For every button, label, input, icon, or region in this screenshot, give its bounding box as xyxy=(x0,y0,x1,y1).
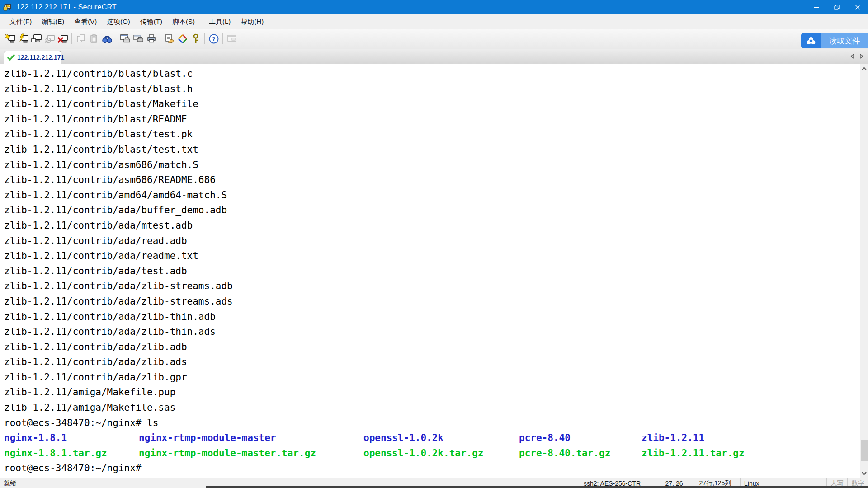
menu-item-help[interactable]: 帮助(H) xyxy=(236,14,269,29)
securecrt-app-icon xyxy=(3,3,12,12)
scroll-up-icon[interactable] xyxy=(860,65,868,72)
close-button[interactable] xyxy=(847,0,868,14)
scroll-down-icon[interactable] xyxy=(860,469,868,477)
terminal-line: zlib-1.2.11/contrib/blast/blast.c xyxy=(4,66,860,82)
menu-item-tools[interactable]: 工具(L) xyxy=(204,14,236,29)
menu-item-options[interactable]: 选项(O) xyxy=(102,14,135,29)
tab-bar: 122.112.212.171 xyxy=(0,49,868,64)
connect-in-tab-icon[interactable] xyxy=(30,32,43,46)
terminal-line: zlib-1.2.11/contrib/ada/zlib-thin.ads xyxy=(4,324,860,340)
terminal-line: root@ecs-348470:~/nginx# xyxy=(4,461,860,476)
menu-separator xyxy=(202,18,202,26)
terminal-output[interactable]: zlib-1.2.11/contrib/blast/blast.czlib-1.… xyxy=(0,64,860,478)
terminal-line: zlib-1.2.11/contrib/ada/mtest.adb xyxy=(4,218,860,234)
status-ready: 就绪 xyxy=(0,479,16,488)
ls-directory: openssl-1.0.2k xyxy=(363,431,443,446)
terminal-line: zlib-1.2.11/contrib/ada/zlib-thin.adb xyxy=(4,310,860,325)
terminal-line: zlib-1.2.11/contrib/blast/blast.h xyxy=(4,82,860,97)
netdisk-icon xyxy=(801,33,821,48)
terminal-line: zlib-1.2.11/contrib/ada/zlib.adb xyxy=(4,340,860,355)
ls-archive: nginx-rtmp-module-master.tar.gz xyxy=(139,446,316,461)
terminal-line: zlib-1.2.11/contrib/blast/test.pk xyxy=(4,127,860,142)
title-bar: 122.112.212.171 - SecureCRT xyxy=(0,0,868,14)
print-icon[interactable] xyxy=(145,32,158,46)
toolbar-separator xyxy=(71,33,72,44)
terminal-line: zlib-1.2.11/contrib/ada/zlib-streams.adb xyxy=(4,279,860,294)
toolbar-separator xyxy=(160,33,160,44)
connect-icon[interactable] xyxy=(17,32,30,46)
print-eject-icon[interactable] xyxy=(132,32,145,46)
copy-icon xyxy=(74,32,87,46)
terminal-line: zlib-1.2.11/contrib/blast/README xyxy=(4,112,860,127)
menu-item-transfer[interactable]: 传输(T) xyxy=(135,14,167,29)
ls-archive: nginx-1.8.1.tar.gz xyxy=(4,446,107,461)
paste-icon xyxy=(87,32,100,46)
restore-button[interactable] xyxy=(826,0,847,14)
terminal-line: zlib-1.2.11/contrib/blast/Makefile xyxy=(4,97,860,112)
tab-scroll-left-icon[interactable] xyxy=(849,53,855,59)
session-tab[interactable]: 122.112.212.171 xyxy=(4,51,61,64)
close-icon xyxy=(855,5,860,10)
terminal-line: zlib-1.2.11/contrib/ada/read.adb xyxy=(4,234,860,249)
menu-item-edit[interactable]: 编辑(E) xyxy=(37,14,69,29)
session-tab-label: 122.112.212.171 xyxy=(17,54,64,61)
quick-connect-icon[interactable] xyxy=(4,32,17,46)
bottom-edge-strip xyxy=(206,486,868,488)
terminal-line: nginx-1.8.1nginx-rtmp-module-masteropens… xyxy=(4,431,860,446)
ls-archive: openssl-1.0.2k.tar.gz xyxy=(363,446,484,461)
properties-icon[interactable] xyxy=(163,32,176,46)
terminal-line: zlib-1.2.11/contrib/ada/test.adb xyxy=(4,264,860,279)
vertical-scrollbar[interactable] xyxy=(860,64,868,478)
menu-item-file[interactable]: 文件(F) xyxy=(5,14,37,29)
window-arrange-icon xyxy=(225,32,238,46)
terminal-line: zlib-1.2.11/contrib/asm686/match.S xyxy=(4,158,860,173)
minimize-icon xyxy=(814,5,819,10)
menu-bar: 文件(F)编辑(E)查看(V)选项(O)传输(T)脚本(S)工具(L)帮助(H) xyxy=(0,14,868,29)
terminal-line: zlib-1.2.11/amiga/Makefile.pup xyxy=(4,385,860,400)
terminal-line: root@ecs-348470:~/nginx# ls xyxy=(4,416,860,431)
toolbar-separator xyxy=(204,33,205,44)
terminal-line: zlib-1.2.11/contrib/ada/zlib.ads xyxy=(4,355,860,370)
scrollbar-thumb[interactable] xyxy=(861,440,868,461)
terminal-line: zlib-1.2.11/contrib/amd64/amd64-match.S xyxy=(4,188,860,203)
disconnect-icon[interactable] xyxy=(56,32,69,46)
terminal-line: zlib-1.2.11/contrib/ada/buffer_demo.adb xyxy=(4,203,860,218)
toolbar-separator xyxy=(116,33,116,44)
find-icon[interactable] xyxy=(100,32,113,46)
ls-directory: zlib-1.2.11 xyxy=(642,431,704,446)
toolbar: ? xyxy=(0,29,868,49)
ls-archive: pcre-8.40.tar.gz xyxy=(519,446,610,461)
help-icon[interactable]: ? xyxy=(207,32,220,46)
reconnect-icon xyxy=(43,32,56,46)
netdisk-overlay-button[interactable]: 读取文件 xyxy=(801,33,868,48)
restore-icon xyxy=(834,5,840,10)
menu-item-view[interactable]: 查看(V) xyxy=(69,14,102,29)
ls-directory: nginx-rtmp-module-master xyxy=(139,431,276,446)
window-title: 122.112.212.171 - SecureCRT xyxy=(16,3,117,11)
connected-check-icon xyxy=(7,54,15,61)
terminal-line: nginx-1.8.1.tar.gznginx-rtmp-module-mast… xyxy=(4,446,860,461)
ls-archive: zlib-1.2.11.tar.gz xyxy=(642,446,745,461)
read-file-label: 读取文件 xyxy=(821,33,868,48)
key-agent-icon[interactable] xyxy=(189,32,202,46)
ls-directory: pcre-8.40 xyxy=(519,431,571,446)
terminal-line: zlib-1.2.11/contrib/ada/readme.txt xyxy=(4,249,860,264)
terminal-line: zlib-1.2.11/contrib/asm686/README.686 xyxy=(4,173,860,188)
toolbar-separator xyxy=(222,33,223,44)
menu-item-script[interactable]: 脚本(S) xyxy=(167,14,200,29)
terminal-line: zlib-1.2.11/amiga/Makefile.sas xyxy=(4,400,860,416)
print-preview-icon[interactable] xyxy=(118,32,132,46)
svg-text:?: ? xyxy=(212,36,216,42)
ls-directory: nginx-1.8.1 xyxy=(4,431,67,446)
terminal-line: zlib-1.2.11/contrib/blast/test.txt xyxy=(4,142,860,158)
minimize-button[interactable] xyxy=(806,0,826,14)
terminal-line: zlib-1.2.11/contrib/ada/zlib-streams.ads xyxy=(4,294,860,310)
session-options-icon[interactable] xyxy=(176,32,189,46)
terminal-line: zlib-1.2.11/contrib/ada/zlib.gpr xyxy=(4,370,860,385)
tab-scroll-right-icon[interactable] xyxy=(859,53,864,59)
